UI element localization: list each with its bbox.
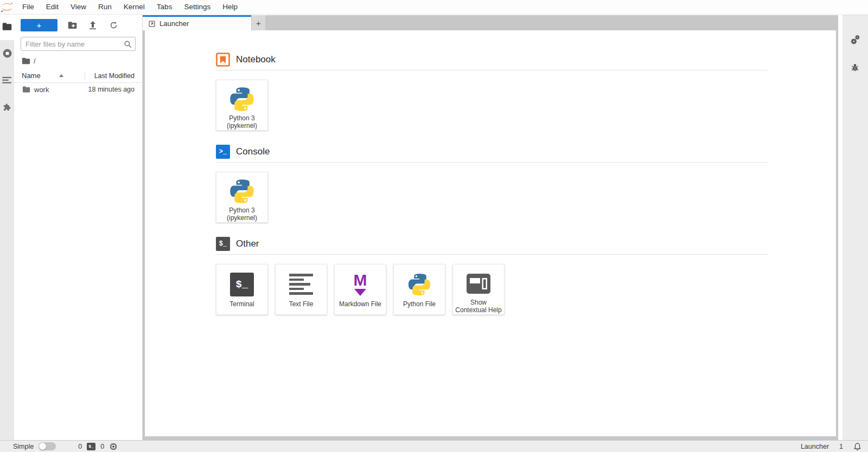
menu-file[interactable]: File bbox=[16, 0, 40, 14]
section-divider bbox=[216, 162, 768, 163]
right-sidebar bbox=[843, 15, 868, 440]
jupyterlab-window: File Edit View Run Kernel Tabs Settings … bbox=[0, 0, 868, 452]
section-title: Other bbox=[236, 238, 259, 249]
card-label: Terminal bbox=[229, 301, 254, 308]
search-icon bbox=[124, 40, 132, 48]
left-sidebar bbox=[0, 15, 14, 440]
sort-ascending-caret-icon bbox=[59, 74, 63, 77]
menu-run[interactable]: Run bbox=[92, 0, 118, 14]
card-notebook-python3[interactable]: Python 3 (ipykernel) bbox=[216, 80, 268, 131]
card-label: Python File bbox=[403, 301, 436, 308]
markdown-file-icon: M bbox=[354, 273, 367, 296]
running-kernels-tab-icon[interactable] bbox=[0, 46, 14, 60]
kernel-chip-icon bbox=[109, 442, 118, 451]
notifications-count: 1 bbox=[839, 443, 843, 450]
debugger-bug-icon[interactable] bbox=[848, 60, 862, 74]
card-markdown-file[interactable]: M Markdown File bbox=[334, 264, 386, 315]
extensions-puzzle-tab-icon[interactable] bbox=[0, 100, 14, 114]
notification-bell-icon[interactable] bbox=[853, 442, 861, 451]
menu-view[interactable]: View bbox=[65, 0, 92, 14]
terminal-icon: $_ bbox=[216, 237, 230, 251]
toggle-knob bbox=[39, 443, 46, 450]
menu-settings[interactable]: Settings bbox=[178, 0, 216, 14]
section-other-header: $_ Other bbox=[216, 237, 768, 251]
python-logo-icon bbox=[228, 177, 256, 205]
file-browser-toolbar: + bbox=[14, 15, 142, 34]
column-last-modified[interactable]: Last Modified bbox=[94, 72, 135, 80]
breadcrumb-home-folder-icon[interactable] bbox=[22, 57, 30, 64]
section-title: Console bbox=[236, 146, 270, 157]
refresh-icon[interactable] bbox=[103, 18, 124, 31]
card-terminal[interactable]: $_ Terminal bbox=[216, 264, 268, 315]
file-row-work[interactable]: work 18 minutes ago bbox=[14, 83, 142, 96]
terminal-icon: $_ bbox=[230, 273, 254, 296]
filter-files-input[interactable] bbox=[25, 40, 124, 48]
section-other: $_ Other $_ Terminal bbox=[216, 237, 768, 315]
card-label: Python 3 (ipykernel) bbox=[227, 207, 257, 222]
section-title: Notebook bbox=[236, 54, 276, 65]
section-divider bbox=[216, 70, 768, 70]
launcher-tab-icon bbox=[148, 20, 156, 28]
file-browser-tab-folder-icon[interactable] bbox=[0, 20, 14, 34]
new-launcher-button[interactable]: + bbox=[21, 19, 58, 31]
terminals-count: 0 bbox=[78, 443, 82, 450]
card-python-file[interactable]: Python File bbox=[393, 264, 445, 315]
breadcrumb: / bbox=[14, 52, 142, 69]
python-logo-icon bbox=[406, 269, 432, 299]
column-name[interactable]: Name bbox=[22, 72, 41, 80]
status-bar: Simple 0 $_ 0 Launcher 1 bbox=[0, 440, 868, 452]
kernels-count: 0 bbox=[100, 443, 104, 450]
filter-files-box bbox=[21, 37, 136, 51]
terminal-icon: $_ bbox=[87, 443, 95, 450]
file-list-header: Name Last Modified bbox=[14, 69, 142, 83]
launcher: Notebook Python 3 bbox=[145, 30, 836, 315]
file-name: work bbox=[34, 86, 49, 94]
menu-help[interactable]: Help bbox=[216, 0, 244, 14]
simple-mode-toggle[interactable] bbox=[39, 442, 56, 450]
tab-bar: Launcher + bbox=[143, 15, 838, 30]
tab-launcher[interactable]: Launcher bbox=[143, 15, 251, 30]
section-notebook-header: Notebook bbox=[216, 53, 768, 67]
breadcrumb-root: / bbox=[34, 57, 36, 65]
menu-kernel[interactable]: Kernel bbox=[118, 0, 151, 14]
card-console-python3[interactable]: Python 3 (ipykernel) bbox=[216, 172, 268, 223]
card-text-file[interactable]: Text File bbox=[275, 264, 327, 315]
card-label: Python 3 (ipykernel) bbox=[227, 115, 257, 130]
section-notebook: Notebook Python 3 bbox=[216, 53, 768, 131]
console-icon: >_ bbox=[216, 145, 230, 159]
active-context-label: Launcher bbox=[801, 443, 829, 450]
menu-bar: File Edit View Run Kernel Tabs Settings … bbox=[0, 0, 868, 15]
card-label: Text File bbox=[289, 301, 314, 308]
notebook-icon bbox=[216, 53, 230, 67]
column-divider bbox=[85, 71, 85, 80]
section-console: >_ Console bbox=[216, 145, 768, 223]
text-file-icon bbox=[289, 274, 313, 295]
card-label: Show Contextual Help bbox=[455, 299, 501, 314]
contextual-help-icon bbox=[467, 269, 490, 298]
section-console-header: >_ Console bbox=[216, 145, 768, 159]
terminals-kernels-status[interactable]: 0 $_ 0 bbox=[78, 442, 118, 451]
folder-icon bbox=[22, 86, 30, 93]
jupyter-logo-icon bbox=[0, 1, 16, 13]
card-label: Markdown File bbox=[339, 301, 381, 308]
new-tab-button[interactable]: + bbox=[252, 15, 265, 30]
new-folder-icon[interactable] bbox=[62, 18, 82, 31]
file-browser-panel: + bbox=[14, 15, 143, 440]
launcher-body: Notebook Python 3 bbox=[145, 30, 836, 436]
tab-label: Launcher bbox=[159, 20, 189, 28]
simple-mode-label: Simple bbox=[13, 443, 34, 450]
table-of-contents-tab-icon[interactable] bbox=[0, 73, 14, 87]
python-logo-icon bbox=[228, 85, 256, 113]
menu-tabs[interactable]: Tabs bbox=[151, 0, 178, 14]
menu-edit[interactable]: Edit bbox=[40, 0, 65, 14]
section-divider bbox=[216, 254, 768, 255]
file-last-modified: 18 minutes ago bbox=[88, 86, 135, 93]
dock-panel: Launcher + Notebook bbox=[143, 15, 838, 440]
property-inspector-gears-icon[interactable] bbox=[848, 33, 862, 47]
upload-icon[interactable] bbox=[82, 18, 103, 31]
card-show-contextual-help[interactable]: Show Contextual Help bbox=[452, 264, 505, 315]
